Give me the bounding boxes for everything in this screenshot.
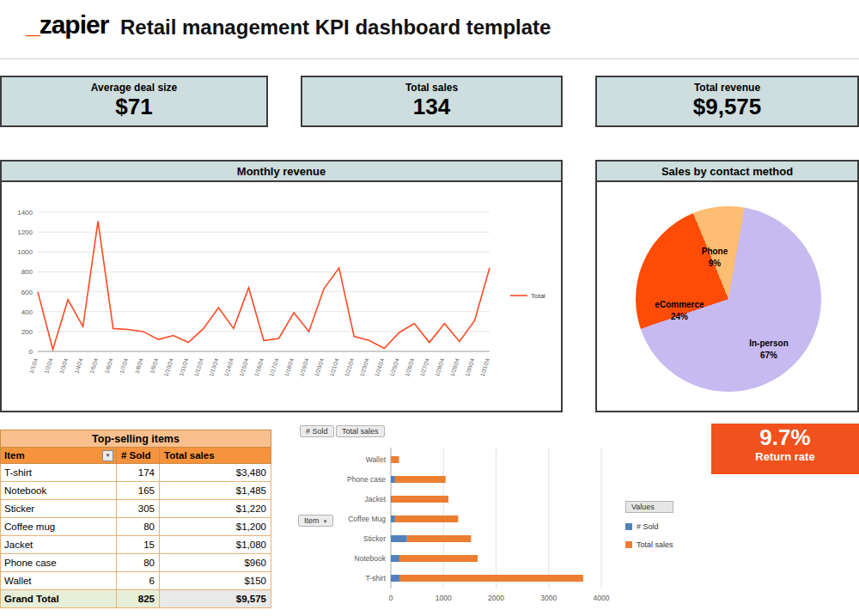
sold-cell: 15 <box>117 536 160 553</box>
legend-item-sold: # Sold <box>625 522 673 531</box>
sold-bar <box>391 535 407 542</box>
item-cell: Sticker <box>1 500 117 517</box>
sold-cell: 174 <box>117 464 160 481</box>
pie-slice-name: Phone <box>689 246 740 258</box>
filter-chip-total-sales[interactable]: Total sales <box>336 425 385 437</box>
pie-label-phone: Phone 9% <box>689 246 740 269</box>
top-selling-items-table: Top-selling items Item ▼ # Sold Total sa… <box>0 430 271 608</box>
table-row: T-shirt174$3,480 <box>0 464 271 482</box>
kpi-card-average-deal-size: Average deal size $71 <box>0 76 268 127</box>
x-axis-label: 1/4/24 <box>73 357 83 375</box>
logo-underscore-icon: _ <box>26 10 40 39</box>
item-cell: Notebook <box>1 482 117 499</box>
sales-cell: $1,200 <box>160 518 271 535</box>
page-title: Retail management KPI dashboard template <box>120 15 551 40</box>
y-axis-label: 1000 <box>17 248 33 256</box>
total-sales-swatch-icon <box>625 541 632 548</box>
x-axis-label: 1/9/24 <box>149 357 159 375</box>
x-axis-label: 1/13/24 <box>208 357 219 377</box>
category-label: Notebook <box>355 554 387 563</box>
grand-total-label: Grand Total <box>1 590 117 607</box>
x-axis-label: 1/7/24 <box>119 357 129 375</box>
x-axis-label: 1/25/24 <box>388 357 399 377</box>
sold-cell: 80 <box>117 518 160 535</box>
table-row: Wallet6$150 <box>0 572 271 590</box>
column-header-label: Item <box>4 448 25 463</box>
legend-title: Values <box>625 501 673 513</box>
items-bar-chart: 01000200030004000WalletPhone caseJacketC… <box>296 437 614 609</box>
grand-total-sold: 825 <box>117 590 160 607</box>
pie-slice-name: In-person <box>734 338 803 350</box>
table-row: Notebook165$1,485 <box>0 482 271 500</box>
item-dropdown[interactable]: Item▼ <box>298 515 333 527</box>
table-row: Jacket15$1,080 <box>0 536 271 554</box>
legend-label: # Sold <box>637 522 659 531</box>
sold-bar <box>391 555 399 562</box>
kpi-card-total-sales: Total sales 134 <box>301 76 563 127</box>
grand-total-row: Grand Total 825 $9,575 <box>0 590 271 608</box>
legend-item-total-sales: Total sales <box>625 540 673 549</box>
sold-cell: 6 <box>117 572 160 589</box>
sales-cell: $960 <box>160 554 271 571</box>
pie-chart-title: Sales by contact method <box>597 162 857 182</box>
table-row: Sticker305$1,220 <box>0 500 271 518</box>
item-dropdown-label: Item <box>304 516 320 525</box>
item-filter-icon[interactable]: ▼ <box>102 450 113 461</box>
total-sales-bar <box>399 555 478 562</box>
x-axis-label: 1/6/24 <box>103 357 113 375</box>
pie-slice-pct: 24% <box>647 311 712 323</box>
sold-cell: 305 <box>117 500 160 517</box>
y-axis-label: 200 <box>21 328 34 336</box>
x-axis-label: 1/29/24 <box>449 357 460 377</box>
monthly-revenue-title: Monthly revenue <box>2 162 561 182</box>
x-axis-label: 1/12/24 <box>192 357 204 377</box>
sales-cell: $1,220 <box>160 500 271 517</box>
logo-text: zapier <box>40 10 109 39</box>
x-axis-label: 1/16/24 <box>253 357 265 377</box>
x-axis-label: 1/24/24 <box>374 357 385 377</box>
sales-cell: $150 <box>160 572 271 589</box>
category-label: Coffee Mug <box>348 515 386 523</box>
x-axis-label: 1/8/24 <box>133 357 143 375</box>
pie-label-ecommerce: eCommerce 24% <box>647 299 712 322</box>
x-axis-label: 1/22/24 <box>344 357 355 377</box>
kpi-value: $71 <box>2 94 266 120</box>
x-axis-label: 0 <box>389 594 393 602</box>
total-sales-bar <box>400 575 583 582</box>
kpi-card-total-revenue: Total revenue $9,575 <box>595 76 859 127</box>
return-rate-card: 9.7% Return rate <box>711 424 859 474</box>
item-cell: Coffee mug <box>1 518 117 535</box>
kpi-value: $9,575 <box>597 94 857 120</box>
category-label: Wallet <box>366 455 387 464</box>
item-cell: Wallet <box>1 572 117 589</box>
y-axis-label: 0 <box>29 348 34 356</box>
monthly-revenue-line-chart: 02004006008001000120014001/1/241/2/241/3… <box>2 182 561 411</box>
table-title: Top-selling items <box>0 430 271 448</box>
bar-chart-legend: Values # Sold Total sales <box>625 501 673 549</box>
items-bar-chart-area: # Sold Total sales 01000200030004000Wall… <box>296 424 700 616</box>
sales-by-contact-method-panel: Sales by contact method Phone 9% eCommer… <box>595 160 859 412</box>
pie-chart-area: Phone 9% eCommerce 24% In-person 67% <box>597 182 857 411</box>
pie-label-in-person: In-person 67% <box>734 338 803 361</box>
total-sales-bar <box>395 476 446 483</box>
pie-slice-name: eCommerce <box>647 299 712 311</box>
zapier-logo: _zapier <box>26 10 108 40</box>
total-sales-bar <box>392 496 448 503</box>
x-axis-label: 1/1/24 <box>28 357 39 375</box>
column-header-total-sales: Total sales <box>160 448 271 463</box>
filter-chip-sold[interactable]: # Sold <box>300 425 334 437</box>
pie-slice-pct: 67% <box>734 350 803 362</box>
total-sales-bar <box>395 515 459 522</box>
table-row: Phone case80$960 <box>0 554 271 572</box>
kpi-label: Total sales <box>302 82 561 94</box>
legend-label: Total sales <box>637 540 673 549</box>
header-divider <box>0 58 859 59</box>
x-axis-label: 1/21/24 <box>328 357 339 377</box>
return-rate-label: Return rate <box>711 450 859 463</box>
sales-cell: $3,480 <box>160 464 271 481</box>
table-body: T-shirt174$3,480Notebook165$1,485Sticker… <box>0 464 271 590</box>
x-axis-label: 1/14/24 <box>223 357 235 377</box>
x-axis-label: 1/23/24 <box>358 357 369 377</box>
x-axis-label: 1000 <box>436 594 452 602</box>
x-axis-label: 1/26/24 <box>404 357 415 377</box>
